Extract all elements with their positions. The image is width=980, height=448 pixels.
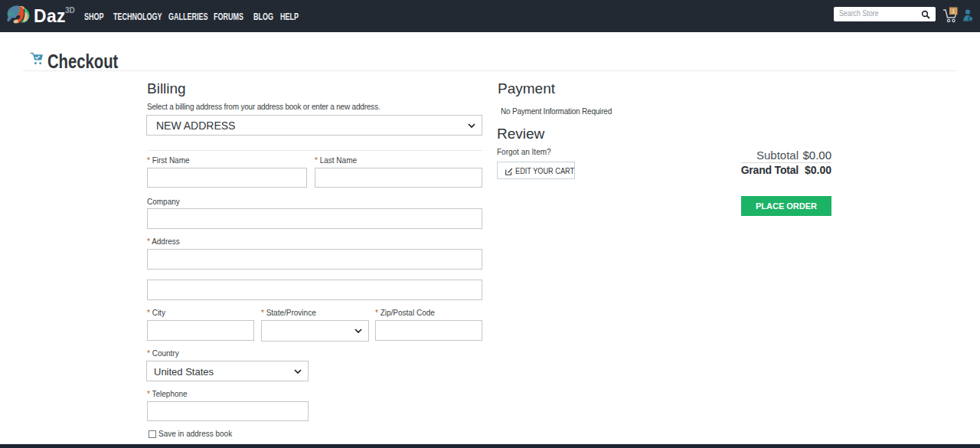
- svg-text:1: 1: [952, 8, 956, 15]
